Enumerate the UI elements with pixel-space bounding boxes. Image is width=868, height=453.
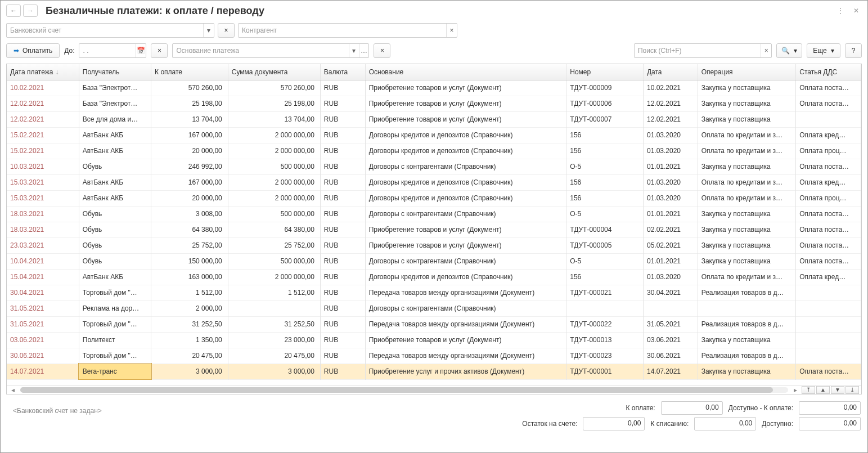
goto-last-button[interactable]: ⤓ bbox=[845, 386, 859, 394]
cell[interactable]: АвтБанк АКБ bbox=[79, 143, 151, 159]
cell[interactable]: 31.05.2021 bbox=[7, 316, 79, 332]
cell[interactable]: 167 000,00 bbox=[151, 127, 228, 143]
table-row[interactable]: 30.04.2021Торговый дом "…1 512,001 512,0… bbox=[7, 285, 861, 300]
cell[interactable]: Закупка у поставщика bbox=[698, 206, 796, 222]
counterparty-input[interactable] bbox=[239, 26, 446, 34]
cell[interactable]: 64 380,00 bbox=[151, 222, 228, 237]
cell[interactable]: RUB bbox=[320, 269, 365, 285]
cell[interactable]: 163 000,00 bbox=[151, 269, 228, 285]
cell[interactable]: 10.02.2021 bbox=[7, 80, 79, 96]
cell[interactable]: 156 bbox=[566, 127, 644, 143]
cell[interactable]: 500 000,00 bbox=[228, 159, 320, 174]
cell[interactable]: 01.03.2020 bbox=[643, 269, 698, 285]
cell[interactable] bbox=[643, 300, 698, 316]
table-row[interactable]: 31.05.2021Торговый дом "…31 252,5031 252… bbox=[7, 316, 861, 332]
cell[interactable]: RUB bbox=[320, 206, 365, 222]
cell[interactable]: RUB bbox=[320, 316, 365, 332]
cell[interactable]: 12.02.2021 bbox=[7, 96, 79, 111]
until-date-field[interactable]: 📅 bbox=[79, 43, 146, 58]
cell[interactable]: Приобретение услуг и прочих активов (Док… bbox=[365, 364, 566, 379]
table-row[interactable]: 15.02.2021АвтБанк АКБ20 000,002 000 000,… bbox=[7, 143, 861, 159]
table-row[interactable]: 03.06.2021Политекст1 350,0023 000,00RUBП… bbox=[7, 332, 861, 348]
cell[interactable]: 570 260,00 bbox=[151, 80, 228, 96]
cell[interactable]: Оплата проц… bbox=[796, 190, 861, 206]
cell[interactable]: 2 000 000,00 bbox=[228, 174, 320, 190]
cell[interactable]: 10.04.2021 bbox=[7, 253, 79, 269]
cell[interactable]: 31.05.2021 bbox=[7, 300, 79, 316]
col-header-3[interactable]: Сумма документа bbox=[228, 64, 320, 80]
basis-ellipsis-icon[interactable]: … bbox=[359, 44, 369, 57]
cell[interactable]: 2 000 000,00 bbox=[228, 127, 320, 143]
cell[interactable]: Оплата по кредитам и з… bbox=[698, 190, 796, 206]
cell[interactable]: 30.04.2021 bbox=[643, 285, 698, 300]
cell[interactable]: 23 000,00 bbox=[228, 332, 320, 348]
until-clear-button[interactable]: × bbox=[151, 43, 168, 58]
until-date-input[interactable] bbox=[79, 47, 136, 55]
cell[interactable]: Договоры с контрагентами (Справочник) bbox=[365, 159, 566, 174]
cell[interactable]: Приобретение товаров и услуг (Документ) bbox=[365, 96, 566, 111]
cell[interactable]: Приобретение товаров и услуг (Документ) bbox=[365, 80, 566, 96]
calendar-icon[interactable]: 📅 bbox=[136, 44, 146, 57]
cell[interactable]: RUB bbox=[320, 300, 365, 316]
cell[interactable]: Обувь bbox=[79, 159, 151, 174]
cell[interactable]: 10.02.2021 bbox=[643, 80, 698, 96]
cell[interactable]: Оплата поста… bbox=[796, 206, 861, 222]
cell[interactable]: 18.03.2021 bbox=[7, 222, 79, 237]
cell[interactable]: Оплата кред… bbox=[796, 174, 861, 190]
table-row[interactable]: 30.06.2021Торговый дом "…20 475,0020 475… bbox=[7, 348, 861, 364]
cell[interactable]: Оплата по кредитам и з… bbox=[698, 269, 796, 285]
cell[interactable]: RUB bbox=[320, 285, 365, 300]
cell[interactable]: 2 000 000,00 bbox=[228, 190, 320, 206]
goto-up-button[interactable]: ▲ bbox=[816, 386, 830, 394]
cell[interactable]: Реализация товаров в д… bbox=[698, 348, 796, 364]
table-row[interactable]: 15.03.2021АвтБанк АКБ167 000,002 000 000… bbox=[7, 174, 861, 190]
cell[interactable]: База "Электрот… bbox=[79, 80, 151, 96]
cell[interactable]: 03.06.2021 bbox=[643, 332, 698, 348]
cell[interactable]: Договоры с контрагентами (Справочник) bbox=[365, 253, 566, 269]
back-button[interactable]: ← bbox=[6, 5, 21, 17]
cell[interactable]: 3 000,00 bbox=[228, 364, 320, 379]
cell[interactable]: ТДУТ-000005 bbox=[566, 237, 644, 253]
cell[interactable]: Закупка у поставщика bbox=[698, 96, 796, 111]
cell[interactable]: Все для дома и… bbox=[79, 111, 151, 127]
cell[interactable]: RUB bbox=[320, 174, 365, 190]
cell[interactable]: 20 475,00 bbox=[228, 348, 320, 364]
bank-account-input[interactable] bbox=[7, 26, 203, 34]
close-icon[interactable]: ✕ bbox=[851, 5, 862, 16]
table-row[interactable]: 18.03.2021Обувь3 008,00500 000,00RUBДого… bbox=[7, 206, 861, 222]
cell[interactable]: Реализация товаров в д… bbox=[698, 316, 796, 332]
forward-button[interactable]: → bbox=[23, 5, 38, 17]
col-header-4[interactable]: Валюта bbox=[320, 64, 365, 80]
cell[interactable]: Вега-транс bbox=[79, 364, 151, 379]
cell[interactable]: Оплата поста… bbox=[796, 222, 861, 237]
cell[interactable]: 30.06.2021 bbox=[7, 348, 79, 364]
cell[interactable]: Договоры с контрагентами (Справочник) bbox=[365, 300, 566, 316]
cell[interactable]: 3 008,00 bbox=[151, 206, 228, 222]
cell[interactable]: Договоры с контрагентами (Справочник) bbox=[365, 206, 566, 222]
cell[interactable]: RUB bbox=[320, 111, 365, 127]
cell[interactable]: ТДУТ-000007 bbox=[566, 111, 644, 127]
cell[interactable]: ТДУТ-000006 bbox=[566, 96, 644, 111]
cell[interactable]: 30.06.2021 bbox=[643, 348, 698, 364]
search-button[interactable]: 🔍 ▾ bbox=[776, 43, 802, 58]
cell[interactable]: 3 000,00 bbox=[151, 364, 228, 379]
cell[interactable]: Торговый дом "… bbox=[79, 316, 151, 332]
cell[interactable]: 64 380,00 bbox=[228, 222, 320, 237]
cell[interactable]: 02.02.2021 bbox=[643, 222, 698, 237]
cell[interactable]: Политекст bbox=[79, 332, 151, 348]
table-row[interactable]: 10.04.2021Обувь150 000,00500 000,00RUBДо… bbox=[7, 253, 861, 269]
cell[interactable]: Торговый дом "… bbox=[79, 348, 151, 364]
cell[interactable] bbox=[698, 300, 796, 316]
cell[interactable]: ТДУТ-000022 bbox=[566, 316, 644, 332]
table-row[interactable]: 14.07.2021Вега-транс3 000,003 000,00RUBП… bbox=[7, 364, 861, 379]
cell[interactable]: 31 252,50 bbox=[228, 316, 320, 332]
cell[interactable]: 13 704,00 bbox=[151, 111, 228, 127]
table-row[interactable]: 15.02.2021АвтБанк АКБ167 000,002 000 000… bbox=[7, 127, 861, 143]
cell[interactable]: Оплата поста… bbox=[796, 96, 861, 111]
col-header-7[interactable]: Дата bbox=[643, 64, 698, 80]
cell[interactable]: 31.05.2021 bbox=[643, 316, 698, 332]
cell[interactable]: Приобретение товаров и услуг (Документ) bbox=[365, 237, 566, 253]
cell[interactable]: 25 198,00 bbox=[151, 96, 228, 111]
cell[interactable]: Оплата поста… bbox=[796, 253, 861, 269]
cell[interactable]: 20 000,00 bbox=[151, 190, 228, 206]
